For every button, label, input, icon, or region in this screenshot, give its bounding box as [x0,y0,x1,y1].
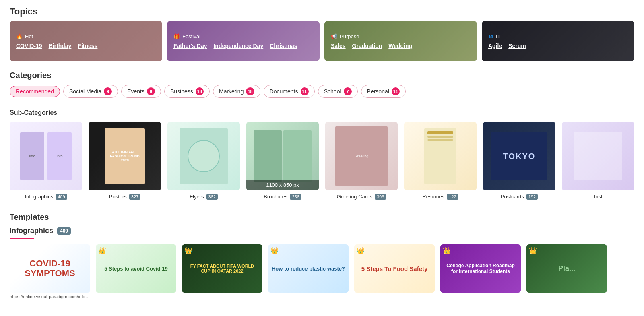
cat-btn-social-media[interactable]: Social Media9 [63,85,118,98]
crown-icon: 👑 [443,247,451,254]
subcat-img-flyers [167,122,240,190]
subcat-img-infographics: InfoInfo [10,122,82,190]
subcat-card-posters[interactable]: AUTUMN FALL FASHION TREND 2020Posters327 [89,122,161,200]
cat-label: Business [170,88,193,95]
template-img-green: 👑Pla... [526,244,607,293]
template-img-steps-covid: 👑5 Steps to avoid Covid 19 [96,244,176,293]
topic-card-purpose[interactable]: 📢PurposeSalesGraduationWedding [324,21,477,61]
subcat-card-resumes[interactable]: Resumes122 [404,122,477,200]
template-img-fifa: 👑FY FACT ABOUT FIFA WORLD CUP IN QATAR 2… [182,244,262,293]
topics-title: Topics [10,6,634,17]
cat-count-badge: 11 [301,87,309,95]
subcat-count: 256 [290,194,301,200]
topic-label-purpose: Purpose [340,33,359,39]
subcat-label-resumes: Resumes122 [422,194,458,200]
subcat-label-posters: Posters327 [109,194,140,200]
template-title-text: 5 Steps to avoid Covid 19 [101,262,171,275]
categories-section: Categories RecommendedSocial Media9Event… [10,71,634,98]
topic-link-independence-day[interactable]: Independence Day [213,43,263,49]
subcat-count: 327 [129,194,140,200]
cat-btn-documents[interactable]: Documents11 [264,85,315,98]
cat-btn-school[interactable]: School7 [318,85,358,98]
subcat-card-postcards[interactable]: TOKYOPostcards192 [483,122,555,200]
topics-grid: 🔥HotCOVID-19BirthdayFitness🎁FestivalFath… [10,21,634,61]
subcat-label-inst: Inst [594,194,603,200]
template-card-steps-covid[interactable]: 👑5 Steps to avoid Covid 19 [96,244,176,299]
topic-link-christmas[interactable]: Christmas [270,43,297,49]
topic-icon-hot: 🔥 [16,33,23,39]
subcat-card-infographics[interactable]: InfoInfoInfographics409 [10,122,82,200]
template-title-text: College Application Roadmap for Internat… [440,260,521,277]
cat-btn-business[interactable]: Business18 [164,85,210,98]
subcat-label-text: Infographics [25,194,53,200]
template-card-college[interactable]: 👑College Application Roadmap for Interna… [440,244,521,299]
subcat-card-greeting-cards[interactable]: GreetingGreeting Cards396 [325,122,398,200]
template-card-food[interactable]: 👑5 Steps To Food Safety [354,244,435,299]
subcat-card-brochures[interactable]: 1100 x 850 pxBrochures256 [246,122,319,200]
cat-label: Recommended [16,88,54,95]
topic-card-it[interactable]: 🖥ITAgileScrum [482,21,634,61]
topic-label-it: IT [496,33,501,39]
cat-label: Social Media [69,88,101,95]
cat-btn-events[interactable]: Events9 [121,85,161,98]
subcat-label-text: Brochures [264,194,287,200]
subcat-label-text: Postcards [501,194,524,200]
template-card-plastic[interactable]: 👑How to reduce plastic waste? [268,244,349,299]
templates-subtitle: Infographics [10,227,53,235]
subcat-count: 396 [375,194,386,200]
subcat-card-flyers[interactable]: Flyers362 [167,122,240,200]
templates-underline [10,238,34,239]
topic-card-hot[interactable]: 🔥HotCOVID-19BirthdayFitness [10,21,162,61]
cat-btn-recommended[interactable]: Recommended [10,86,60,97]
topic-icon-purpose: 📢 [331,33,337,39]
topic-header-festival: 🎁Festival [173,33,313,39]
subcat-label-text: Posters [109,194,127,200]
topic-link-scrum[interactable]: Scrum [508,43,526,49]
templates-header: Infographics 409 [10,227,634,235]
subcat-img-greeting-cards: Greeting [325,122,398,190]
crown-icon: 👑 [529,247,537,254]
cat-label: Personal [367,88,389,95]
crown-icon: 👑 [184,247,192,254]
topic-link-fitness[interactable]: Fitness [78,43,97,49]
subcategories-section: Sub-Categories InfoInfoInfographics409AU… [10,109,634,200]
cat-count-badge: 18 [246,87,254,95]
template-img-plastic: 👑How to reduce plastic waste? [268,244,349,293]
categories-title: Categories [10,71,634,80]
cat-btn-personal[interactable]: Personal11 [361,85,406,98]
topic-link-graduation[interactable]: Graduation [352,43,382,49]
cat-btn-marketing[interactable]: Marketing18 [213,85,260,98]
topic-link-sales[interactable]: Sales [331,43,346,49]
subcat-label-brochures: Brochures256 [264,194,301,200]
topic-link-wedding[interactable]: Wedding [388,43,412,49]
cat-count-badge: 18 [196,87,204,95]
subcat-label-text: Resumes [422,194,444,200]
topic-link-father-s-day[interactable]: Father's Day [173,43,207,49]
subcat-img-postcards: TOKYO [483,122,555,190]
subcat-label-text: Flyers [190,194,204,200]
topic-link-agile[interactable]: Agile [488,43,502,49]
templates-section-title: Templates [10,213,634,222]
template-url: https://online.visual-paradigm.com/infoa… [10,294,90,299]
subcat-card-inst[interactable]: Inst [562,122,634,200]
template-img-food: 👑5 Steps To Food Safety [354,244,435,293]
template-card-covid[interactable]: COVID-19 SYMPTOMShttps://online.visual-p… [10,244,90,299]
cat-label: Marketing [219,88,244,95]
topic-card-festival[interactable]: 🎁FestivalFather's DayIndependence DayChr… [167,21,320,61]
templates-section: Templates Infographics 409 COVID-19 SYMP… [10,213,634,299]
subcat-label-text: Greeting Cards [337,194,372,200]
template-img-college: 👑College Application Roadmap for Interna… [440,244,521,293]
template-card-fifa[interactable]: 👑FY FACT ABOUT FIFA WORLD CUP IN QATAR 2… [182,244,262,299]
topic-header-purpose: 📢Purpose [331,33,471,39]
cat-label: Documents [270,88,298,95]
template-title-text: Pla... [555,261,578,276]
crown-icon: 👑 [98,247,106,254]
topic-header-hot: 🔥Hot [16,33,156,39]
topic-link-covid-19[interactable]: COVID-19 [16,43,42,49]
topic-link-birthday[interactable]: Birthday [49,43,72,49]
subcategories-title: Sub-Categories [10,109,634,116]
template-card-green[interactable]: 👑Pla... [526,244,607,299]
subcat-count: 409 [56,194,67,200]
cat-count-badge: 11 [392,87,400,95]
subcat-img-posters: AUTUMN FALL FASHION TREND 2020 [89,122,161,190]
